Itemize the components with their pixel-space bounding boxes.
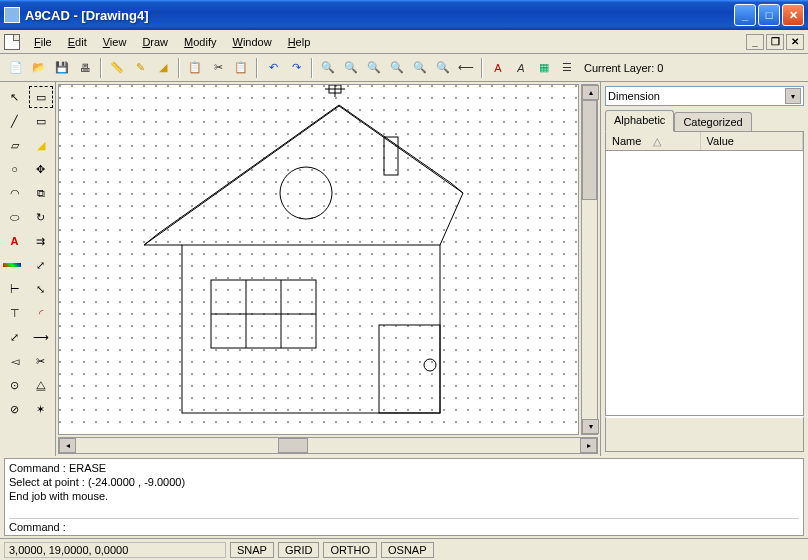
properties-description [605, 416, 804, 452]
text-style2-icon[interactable]: A [511, 58, 531, 78]
separator [481, 58, 483, 78]
object-type-combo[interactable]: Dimension ▾ [605, 86, 804, 106]
zoom-real-icon[interactable]: 🔍 [433, 58, 453, 78]
save-icon[interactable]: 💾 [52, 58, 72, 78]
scroll-thumb[interactable] [582, 100, 597, 200]
menu-window[interactable]: Window [224, 34, 279, 50]
main-toolbar: 📄 📂 💾 🖶 📏 ✎ ◢ 📋 ✂ 📋 ↶ ↷ 🔍 🔍 🔍 🔍 🔍 🔍 ⟵ A … [0, 54, 808, 82]
menu-modify[interactable]: Modify [176, 34, 224, 50]
new-icon[interactable]: 📄 [6, 58, 26, 78]
grid-toggle[interactable]: GRID [278, 542, 320, 558]
tab-alphabetic[interactable]: Alphabetic [605, 110, 674, 132]
text-style-icon[interactable]: A [488, 58, 508, 78]
separator [311, 58, 313, 78]
command-window[interactable]: Command : ERASE Select at point : (-24.0… [4, 458, 804, 536]
zoom-extents-icon[interactable]: 🔍 [387, 58, 407, 78]
scroll-up-button[interactable]: ▴ [582, 85, 599, 100]
col-value: Value [707, 135, 734, 147]
mdi-close-button[interactable]: ✕ [786, 34, 804, 50]
svg-rect-1 [59, 85, 579, 425]
mirror-tool[interactable]: ⧋ [29, 374, 53, 396]
leader-icon[interactable]: ◅ [3, 350, 27, 372]
sort-icon[interactable]: △ [653, 135, 661, 148]
properties-grid[interactable] [605, 151, 804, 416]
circle-tool[interactable]: ○ [3, 158, 27, 180]
coordinates: 3,0000, 19,0000, 0,0000 [4, 542, 226, 558]
redo-icon[interactable]: ↷ [286, 58, 306, 78]
rect-select-tool[interactable]: ▭ [29, 86, 53, 108]
offset-tool[interactable]: ⇉ [29, 230, 53, 252]
copy-tool-icon[interactable]: ⧉ [29, 182, 53, 204]
close-button[interactable]: ✕ [782, 4, 804, 26]
dim-angle-icon[interactable]: ◢ [153, 58, 173, 78]
ortho-toggle[interactable]: ORTHO [323, 542, 377, 558]
dim-radius-icon[interactable]: ⊙ [3, 374, 27, 396]
cmd-line-2: Select at point : (-24.0000 , -9.0000) [9, 475, 799, 489]
paste-icon[interactable]: 📋 [231, 58, 251, 78]
vertical-scrollbar[interactable]: ▴ ▾ [581, 84, 598, 435]
minimize-button[interactable]: _ [734, 4, 756, 26]
arc-tool[interactable]: ◠ [3, 182, 27, 204]
menu-edit[interactable]: Edit [60, 34, 95, 50]
pick-icon[interactable]: ✎ [130, 58, 150, 78]
menu-view[interactable]: View [95, 34, 135, 50]
fillet-tool[interactable]: ◜ [29, 302, 53, 324]
polyline-tool[interactable]: ▱ [3, 134, 27, 156]
ellipse-tool[interactable]: ⬭ [3, 206, 27, 228]
zoom-prev-icon[interactable]: 🔍 [410, 58, 430, 78]
scale-tool[interactable]: ⤡ [29, 278, 53, 300]
extend-tool[interactable]: ⟶ [29, 326, 53, 348]
rectangle-tool[interactable]: ▭ [29, 110, 53, 132]
cmd-line-1: Command : ERASE [9, 461, 799, 475]
osnap-toggle[interactable]: OSNAP [381, 542, 434, 558]
pointer-tool[interactable]: ↖ [3, 86, 27, 108]
maximize-button[interactable]: □ [758, 4, 780, 26]
col-name: Name [612, 135, 641, 147]
scroll-right-button[interactable]: ▸ [580, 438, 597, 453]
zoom-window-icon[interactable]: 🔍 [364, 58, 384, 78]
mdi-minimize-button[interactable]: _ [746, 34, 764, 50]
zoom-in-icon[interactable]: 🔍 [318, 58, 338, 78]
undo-icon[interactable]: ↶ [263, 58, 283, 78]
dim-horiz-icon[interactable]: ⊢ [3, 278, 27, 300]
combo-value: Dimension [608, 90, 785, 102]
layers-icon[interactable]: ▦ [534, 58, 554, 78]
line-tool[interactable]: ╱ [3, 110, 27, 132]
eraser-tool[interactable]: ◢ [29, 134, 53, 156]
open-icon[interactable]: 📂 [29, 58, 49, 78]
print-icon[interactable]: 🖶 [75, 58, 95, 78]
hatch-tool[interactable] [3, 263, 21, 267]
scroll-left-button[interactable]: ◂ [59, 438, 76, 453]
chevron-down-icon[interactable]: ▾ [785, 88, 801, 104]
cut-icon[interactable]: ✂ [208, 58, 228, 78]
dim-vert-icon[interactable]: ⊤ [3, 302, 27, 324]
rotate-tool[interactable]: ↻ [29, 206, 53, 228]
dim-diameter-icon[interactable]: ⊘ [3, 398, 27, 420]
pan-icon[interactable]: ⟵ [456, 58, 476, 78]
snap-toggle[interactable]: SNAP [230, 542, 274, 558]
drawing-canvas[interactable] [58, 84, 579, 435]
separator [100, 58, 102, 78]
mdi-restore-button[interactable]: ❐ [766, 34, 784, 50]
scroll-down-button[interactable]: ▾ [582, 419, 599, 434]
move-tool[interactable]: ✥ [29, 158, 53, 180]
text-tool[interactable]: A [3, 230, 27, 252]
menu-file[interactable]: File [26, 34, 60, 50]
menu-help[interactable]: Help [280, 34, 319, 50]
copy-icon[interactable]: 📋 [185, 58, 205, 78]
zoom-out-icon[interactable]: 🔍 [341, 58, 361, 78]
command-prompt[interactable]: Command : [9, 518, 799, 533]
menu-draw[interactable]: Draw [134, 34, 176, 50]
trim-tool[interactable]: ✂ [29, 350, 53, 372]
break-tool[interactable]: ⤢ [29, 254, 53, 276]
document-icon[interactable] [4, 34, 20, 50]
tab-categorized[interactable]: Categorized [674, 112, 751, 131]
dim-align-icon[interactable]: ⤢ [3, 326, 27, 348]
scroll-thumb[interactable] [278, 438, 308, 453]
separator [256, 58, 258, 78]
properties-icon[interactable]: ☰ [557, 58, 577, 78]
horizontal-scrollbar[interactable]: ◂ ▸ [58, 437, 598, 454]
measure-icon[interactable]: 📏 [107, 58, 127, 78]
separator [178, 58, 180, 78]
explode-tool[interactable]: ✶ [29, 398, 53, 420]
